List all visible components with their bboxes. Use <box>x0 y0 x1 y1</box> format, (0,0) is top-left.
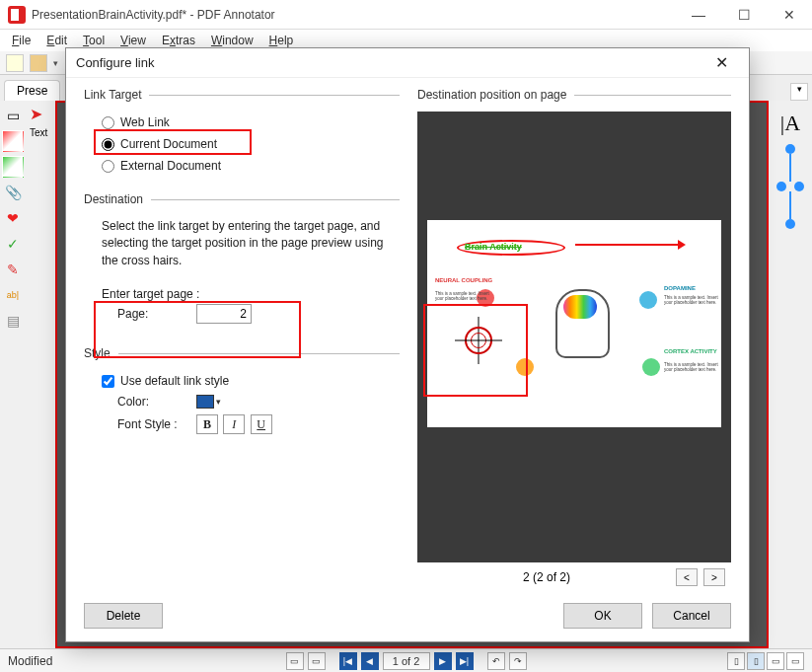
page-label: Page: <box>117 307 186 321</box>
color-picker[interactable]: ▾ <box>196 395 221 409</box>
link-target-header: Link Target <box>84 88 141 102</box>
dialog-footer: Delete OK Cancel <box>66 590 749 641</box>
sidebar-check-icon[interactable]: ✓ <box>2 233 24 255</box>
dialog-right-column: Destination position on page Brain Activ… <box>417 88 731 590</box>
shape-nodes-icon[interactable] <box>776 144 804 233</box>
preview-page-counter: 2 (2 of 2) <box>523 570 570 584</box>
sidebar-page-icon[interactable]: ▭ <box>2 105 24 126</box>
sidebar-tabs: ▭ 📎 ❤ ✓ ✎ ab| ▤ <box>0 101 28 648</box>
use-default-style-label: Use default link style <box>120 374 229 388</box>
text-style-button[interactable]: |A <box>775 109 805 138</box>
configure-link-dialog: Configure link ✕ Link Target Web Link Cu… <box>65 47 750 642</box>
nav-back-button[interactable]: ↶ <box>487 652 505 670</box>
next-page-button[interactable]: ▶ <box>434 652 452 670</box>
view-book-button[interactable]: ▭ <box>786 652 804 670</box>
window-titlebar: PresentationBrainActivity.pdf* - PDF Ann… <box>0 0 812 30</box>
sidebar-swatch1-icon[interactable] <box>2 130 24 152</box>
dialog-title: Configure link <box>76 55 155 70</box>
preview-dot-blue-icon <box>639 291 657 309</box>
radio-current-document[interactable]: Current Document <box>84 133 400 155</box>
preview-dot-orange-icon <box>516 358 534 376</box>
destination-description: Select the link target by entering the t… <box>84 216 400 277</box>
delete-button[interactable]: Delete <box>84 603 163 629</box>
menu-file[interactable]: File <box>4 32 38 49</box>
preview-title-text: Brain Activity <box>465 242 522 252</box>
cancel-button[interactable]: Cancel <box>652 603 731 629</box>
first-page-button[interactable]: |◀ <box>339 652 357 670</box>
status-bar: Modified ▭ ▭ |◀ ◀ 1 of 2 ▶ ▶| ↶ ↷ ▯ ▯ ▭ … <box>0 648 812 672</box>
status-modified: Modified <box>8 654 52 668</box>
preview-nav: 2 (2 of 2) < > <box>417 564 731 590</box>
right-toolbar: |A <box>769 101 812 648</box>
prev-page-button[interactable]: ◀ <box>361 652 379 670</box>
prev-set-button[interactable]: ▭ <box>286 652 304 670</box>
view-single-button[interactable]: ▯ <box>727 652 745 670</box>
app-icon <box>8 6 26 24</box>
view-facing-button[interactable]: ▭ <box>767 652 784 670</box>
preview-lorem-3: This is a sample text. Insert your place… <box>664 362 718 373</box>
view-continuous-button[interactable]: ▯ <box>747 652 765 670</box>
italic-button[interactable]: I <box>223 414 245 434</box>
preview-lorem-2: This is a sample text. Insert your place… <box>664 295 718 306</box>
nav-forward-button[interactable]: ↷ <box>509 652 527 670</box>
color-caret-icon: ▾ <box>216 397 221 407</box>
tool-palette: ➤ Text <box>28 101 55 648</box>
dialog-left-column: Link Target Web Link Current Document Ex… <box>84 88 400 590</box>
window-minimize-button[interactable]: — <box>676 0 721 30</box>
preview-label-3: CORTEX ACTIVITY <box>664 348 717 354</box>
page-number-input[interactable] <box>196 304 252 324</box>
underline-button[interactable]: U <box>251 414 272 434</box>
window-maximize-button[interactable]: ☐ <box>721 0 767 30</box>
preview-arrow-icon <box>575 244 684 246</box>
bold-button[interactable]: B <box>196 414 218 434</box>
enter-target-page-label: Enter target page : <box>84 287 400 301</box>
fontstyle-label: Font Style : <box>117 417 186 431</box>
open-folder-button[interactable] <box>30 54 47 72</box>
sidebar-stamp-icon[interactable]: ab| <box>2 284 24 306</box>
preview-dot-green-icon <box>642 358 660 376</box>
preview-crosshair-icon[interactable] <box>461 323 496 358</box>
radio-current-document-label: Current Document <box>120 137 217 151</box>
page-number-field[interactable]: 1 of 2 <box>383 652 430 670</box>
window-close-button[interactable]: ✕ <box>767 0 812 30</box>
color-swatch-icon <box>196 395 214 409</box>
text-tool-label[interactable]: Text <box>30 127 53 138</box>
radio-external-document-label: External Document <box>120 159 221 173</box>
radio-web-link-label: Web Link <box>120 115 170 129</box>
thumbs-button[interactable]: ▭ <box>308 652 326 670</box>
dest-position-header: Destination position on page <box>417 88 566 102</box>
radio-external-document[interactable]: External Document <box>84 155 400 177</box>
preview-page: Brain Activity NEURAL COUPLING This is a… <box>427 220 721 427</box>
sidebar-edit-icon[interactable]: ✎ <box>2 259 24 280</box>
sidebar-more-icon[interactable]: ▤ <box>2 310 24 332</box>
new-doc-button[interactable] <box>6 54 24 72</box>
sidebar-swatch2-icon[interactable] <box>2 156 24 178</box>
sidebar-attach-icon[interactable]: 📎 <box>2 182 24 203</box>
preview-brain-icon <box>563 295 597 319</box>
select-tool-icon[interactable]: ➤ <box>30 105 53 123</box>
preview-label-2: DOPAMINE <box>664 285 696 291</box>
tab-overflow-button[interactable]: ▾ <box>790 83 808 101</box>
style-header: Style <box>84 346 111 360</box>
dialog-titlebar: Configure link ✕ <box>66 48 749 78</box>
preview-label-1: NEURAL COUPLING <box>435 277 492 283</box>
preview-lorem-1: This is a sample text. Insert your place… <box>435 291 489 302</box>
use-default-style-checkbox[interactable]: Use default link style <box>84 370 400 392</box>
color-label: Color: <box>117 395 186 409</box>
preview-next-button[interactable]: > <box>703 568 725 586</box>
window-title: PresentationBrainActivity.pdf* - PDF Ann… <box>32 8 275 22</box>
ok-button[interactable]: OK <box>563 603 642 629</box>
preview-pane[interactable]: Brain Activity NEURAL COUPLING This is a… <box>417 112 731 562</box>
document-tab[interactable]: Prese <box>4 80 60 101</box>
preview-prev-button[interactable]: < <box>676 568 698 586</box>
destination-header: Destination <box>84 192 143 206</box>
radio-web-link[interactable]: Web Link <box>84 112 400 133</box>
sidebar-favorite-icon[interactable]: ❤ <box>2 207 24 229</box>
dialog-close-button[interactable]: ✕ <box>703 49 739 77</box>
last-page-button[interactable]: ▶| <box>456 652 474 670</box>
